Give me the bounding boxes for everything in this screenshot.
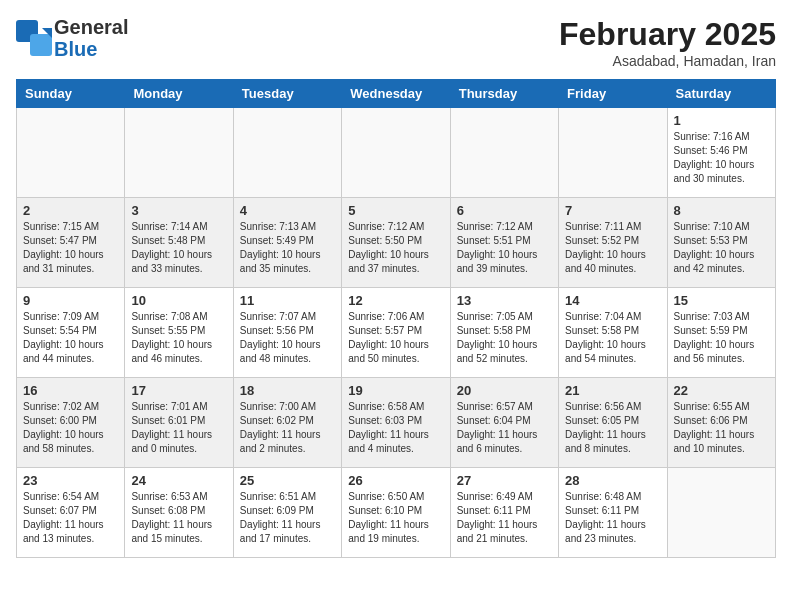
calendar-cell: 15Sunrise: 7:03 AMSunset: 5:59 PMDayligh… bbox=[667, 288, 775, 378]
day-number: 13 bbox=[457, 293, 552, 308]
calendar-cell: 4Sunrise: 7:13 AMSunset: 5:49 PMDaylight… bbox=[233, 198, 341, 288]
calendar-cell: 10Sunrise: 7:08 AMSunset: 5:55 PMDayligh… bbox=[125, 288, 233, 378]
day-number: 12 bbox=[348, 293, 443, 308]
calendar-cell: 11Sunrise: 7:07 AMSunset: 5:56 PMDayligh… bbox=[233, 288, 341, 378]
calendar-cell: 19Sunrise: 6:58 AMSunset: 6:03 PMDayligh… bbox=[342, 378, 450, 468]
day-info: Sunrise: 7:15 AMSunset: 5:47 PMDaylight:… bbox=[23, 220, 118, 276]
title-block: February 2025 Asadabad, Hamadan, Iran bbox=[559, 16, 776, 69]
calendar-cell: 17Sunrise: 7:01 AMSunset: 6:01 PMDayligh… bbox=[125, 378, 233, 468]
day-number: 7 bbox=[565, 203, 660, 218]
day-number: 19 bbox=[348, 383, 443, 398]
month-title: February 2025 bbox=[559, 16, 776, 53]
calendar-cell bbox=[667, 468, 775, 558]
day-info: Sunrise: 6:54 AMSunset: 6:07 PMDaylight:… bbox=[23, 490, 118, 546]
calendar-cell: 6Sunrise: 7:12 AMSunset: 5:51 PMDaylight… bbox=[450, 198, 558, 288]
day-number: 25 bbox=[240, 473, 335, 488]
day-number: 11 bbox=[240, 293, 335, 308]
calendar-week-row: 2Sunrise: 7:15 AMSunset: 5:47 PMDaylight… bbox=[17, 198, 776, 288]
day-number: 20 bbox=[457, 383, 552, 398]
calendar-cell: 23Sunrise: 6:54 AMSunset: 6:07 PMDayligh… bbox=[17, 468, 125, 558]
day-number: 15 bbox=[674, 293, 769, 308]
day-info: Sunrise: 6:51 AMSunset: 6:09 PMDaylight:… bbox=[240, 490, 335, 546]
day-info: Sunrise: 6:48 AMSunset: 6:11 PMDaylight:… bbox=[565, 490, 660, 546]
day-number: 9 bbox=[23, 293, 118, 308]
calendar-cell: 12Sunrise: 7:06 AMSunset: 5:57 PMDayligh… bbox=[342, 288, 450, 378]
day-number: 8 bbox=[674, 203, 769, 218]
calendar-cell bbox=[125, 108, 233, 198]
day-info: Sunrise: 7:00 AMSunset: 6:02 PMDaylight:… bbox=[240, 400, 335, 456]
calendar-header-row: SundayMondayTuesdayWednesdayThursdayFrid… bbox=[17, 80, 776, 108]
weekday-header: Saturday bbox=[667, 80, 775, 108]
location-subtitle: Asadabad, Hamadan, Iran bbox=[559, 53, 776, 69]
calendar-cell: 28Sunrise: 6:48 AMSunset: 6:11 PMDayligh… bbox=[559, 468, 667, 558]
day-number: 27 bbox=[457, 473, 552, 488]
day-number: 28 bbox=[565, 473, 660, 488]
weekday-header: Sunday bbox=[17, 80, 125, 108]
day-info: Sunrise: 6:55 AMSunset: 6:06 PMDaylight:… bbox=[674, 400, 769, 456]
day-info: Sunrise: 7:07 AMSunset: 5:56 PMDaylight:… bbox=[240, 310, 335, 366]
logo: General Blue bbox=[16, 16, 128, 60]
calendar-cell: 20Sunrise: 6:57 AMSunset: 6:04 PMDayligh… bbox=[450, 378, 558, 468]
day-info: Sunrise: 7:11 AMSunset: 5:52 PMDaylight:… bbox=[565, 220, 660, 276]
day-number: 6 bbox=[457, 203, 552, 218]
day-number: 1 bbox=[674, 113, 769, 128]
calendar-cell bbox=[450, 108, 558, 198]
calendar-cell: 27Sunrise: 6:49 AMSunset: 6:11 PMDayligh… bbox=[450, 468, 558, 558]
calendar-cell: 1Sunrise: 7:16 AMSunset: 5:46 PMDaylight… bbox=[667, 108, 775, 198]
day-info: Sunrise: 7:01 AMSunset: 6:01 PMDaylight:… bbox=[131, 400, 226, 456]
day-number: 10 bbox=[131, 293, 226, 308]
logo-blue: Blue bbox=[54, 38, 97, 60]
logo-general: General bbox=[54, 16, 128, 38]
day-info: Sunrise: 6:56 AMSunset: 6:05 PMDaylight:… bbox=[565, 400, 660, 456]
day-info: Sunrise: 7:03 AMSunset: 5:59 PMDaylight:… bbox=[674, 310, 769, 366]
day-info: Sunrise: 6:49 AMSunset: 6:11 PMDaylight:… bbox=[457, 490, 552, 546]
calendar-week-row: 1Sunrise: 7:16 AMSunset: 5:46 PMDaylight… bbox=[17, 108, 776, 198]
day-number: 16 bbox=[23, 383, 118, 398]
calendar-cell: 18Sunrise: 7:00 AMSunset: 6:02 PMDayligh… bbox=[233, 378, 341, 468]
day-info: Sunrise: 7:06 AMSunset: 5:57 PMDaylight:… bbox=[348, 310, 443, 366]
day-info: Sunrise: 7:13 AMSunset: 5:49 PMDaylight:… bbox=[240, 220, 335, 276]
day-info: Sunrise: 7:09 AMSunset: 5:54 PMDaylight:… bbox=[23, 310, 118, 366]
page-header: General Blue February 2025 Asadabad, Ham… bbox=[16, 16, 776, 69]
calendar-cell: 3Sunrise: 7:14 AMSunset: 5:48 PMDaylight… bbox=[125, 198, 233, 288]
day-number: 23 bbox=[23, 473, 118, 488]
day-number: 5 bbox=[348, 203, 443, 218]
calendar-table: SundayMondayTuesdayWednesdayThursdayFrid… bbox=[16, 79, 776, 558]
weekday-header: Tuesday bbox=[233, 80, 341, 108]
calendar-cell: 8Sunrise: 7:10 AMSunset: 5:53 PMDaylight… bbox=[667, 198, 775, 288]
day-number: 4 bbox=[240, 203, 335, 218]
calendar-week-row: 23Sunrise: 6:54 AMSunset: 6:07 PMDayligh… bbox=[17, 468, 776, 558]
calendar-cell: 22Sunrise: 6:55 AMSunset: 6:06 PMDayligh… bbox=[667, 378, 775, 468]
logo-icon bbox=[16, 20, 52, 56]
day-number: 18 bbox=[240, 383, 335, 398]
day-info: Sunrise: 7:14 AMSunset: 5:48 PMDaylight:… bbox=[131, 220, 226, 276]
day-info: Sunrise: 6:57 AMSunset: 6:04 PMDaylight:… bbox=[457, 400, 552, 456]
day-info: Sunrise: 6:53 AMSunset: 6:08 PMDaylight:… bbox=[131, 490, 226, 546]
calendar-cell: 14Sunrise: 7:04 AMSunset: 5:58 PMDayligh… bbox=[559, 288, 667, 378]
calendar-cell bbox=[17, 108, 125, 198]
calendar-cell: 13Sunrise: 7:05 AMSunset: 5:58 PMDayligh… bbox=[450, 288, 558, 378]
calendar-cell: 7Sunrise: 7:11 AMSunset: 5:52 PMDaylight… bbox=[559, 198, 667, 288]
calendar-cell: 25Sunrise: 6:51 AMSunset: 6:09 PMDayligh… bbox=[233, 468, 341, 558]
calendar-cell: 24Sunrise: 6:53 AMSunset: 6:08 PMDayligh… bbox=[125, 468, 233, 558]
day-info: Sunrise: 7:10 AMSunset: 5:53 PMDaylight:… bbox=[674, 220, 769, 276]
calendar-cell: 26Sunrise: 6:50 AMSunset: 6:10 PMDayligh… bbox=[342, 468, 450, 558]
calendar-cell: 5Sunrise: 7:12 AMSunset: 5:50 PMDaylight… bbox=[342, 198, 450, 288]
calendar-cell: 16Sunrise: 7:02 AMSunset: 6:00 PMDayligh… bbox=[17, 378, 125, 468]
day-info: Sunrise: 7:12 AMSunset: 5:51 PMDaylight:… bbox=[457, 220, 552, 276]
day-info: Sunrise: 6:50 AMSunset: 6:10 PMDaylight:… bbox=[348, 490, 443, 546]
day-info: Sunrise: 7:08 AMSunset: 5:55 PMDaylight:… bbox=[131, 310, 226, 366]
calendar-week-row: 9Sunrise: 7:09 AMSunset: 5:54 PMDaylight… bbox=[17, 288, 776, 378]
day-info: Sunrise: 7:02 AMSunset: 6:00 PMDaylight:… bbox=[23, 400, 118, 456]
weekday-header: Wednesday bbox=[342, 80, 450, 108]
calendar-cell: 2Sunrise: 7:15 AMSunset: 5:47 PMDaylight… bbox=[17, 198, 125, 288]
calendar-cell: 21Sunrise: 6:56 AMSunset: 6:05 PMDayligh… bbox=[559, 378, 667, 468]
day-info: Sunrise: 7:16 AMSunset: 5:46 PMDaylight:… bbox=[674, 130, 769, 186]
day-number: 26 bbox=[348, 473, 443, 488]
day-number: 2 bbox=[23, 203, 118, 218]
day-info: Sunrise: 7:04 AMSunset: 5:58 PMDaylight:… bbox=[565, 310, 660, 366]
day-info: Sunrise: 7:05 AMSunset: 5:58 PMDaylight:… bbox=[457, 310, 552, 366]
day-number: 3 bbox=[131, 203, 226, 218]
weekday-header: Friday bbox=[559, 80, 667, 108]
day-number: 14 bbox=[565, 293, 660, 308]
